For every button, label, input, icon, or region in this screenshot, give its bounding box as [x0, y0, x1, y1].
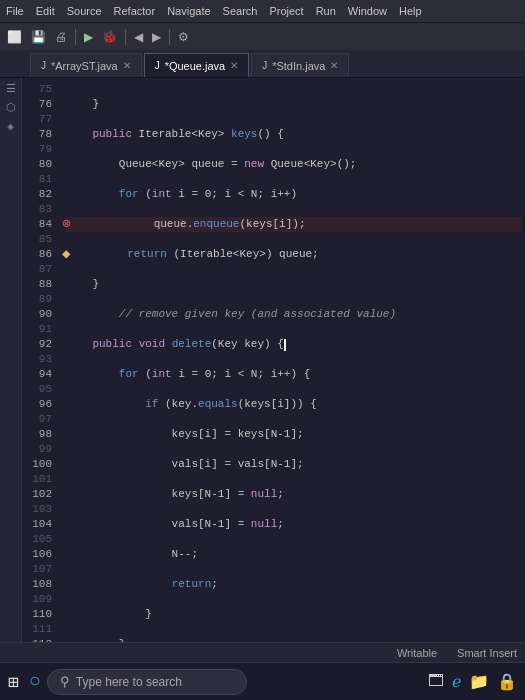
toolbar-run[interactable]: ▶ [81, 28, 96, 46]
toolbar-forward[interactable]: ▶ [149, 28, 164, 46]
code-line-83 [66, 202, 521, 217]
code-line-76: } [66, 97, 521, 112]
code-line-78: public Iterable<Key> keys() { [66, 127, 521, 142]
menu-help[interactable]: Help [399, 5, 422, 17]
tab-stdin[interactable]: J *StdIn.java ✕ [251, 53, 349, 77]
toolbar-debug[interactable]: 🐞 [99, 28, 120, 46]
ln-111: 111 [22, 622, 52, 637]
toolbar-sep-3 [169, 29, 170, 45]
toolbar-sep-2 [125, 29, 126, 45]
menu-window[interactable]: Window [348, 5, 387, 17]
taskbar-files-icon[interactable]: 📁 [469, 672, 489, 692]
toolbar: ⬜ 💾 🖨 ▶ 🐞 ◀ ▶ ⚙ [0, 22, 525, 50]
taskbar-windows-icon[interactable]: 🗔 [428, 672, 444, 691]
code-line-93 [66, 352, 521, 367]
gutter-icon-1[interactable]: ☰ [6, 82, 16, 95]
toolbar-back[interactable]: ◀ [131, 28, 146, 46]
menu-refactor[interactable]: Refactor [114, 5, 156, 17]
code-line-80: Queue<Key> queue = new Queue<Key>(); [66, 157, 521, 172]
code-line-81 [66, 172, 521, 187]
ln-97: 97 [22, 412, 52, 427]
code-line-79 [66, 142, 521, 157]
code-line-95 [66, 382, 521, 397]
ln-82: 82 [22, 187, 52, 202]
tab-queue-label: *Queue.java [165, 60, 226, 72]
ln-80: 80 [22, 157, 52, 172]
taskbar: ⊞ ○ ⚲ Type here to search 🗔 ℯ 📁 🔒 [0, 662, 525, 700]
editor-area: ☰ ⬡ ◈ 75 76 77 78 79 80 81 82 83 84 85 8… [0, 78, 525, 642]
code-line-104: vals[N-1] = null; [66, 517, 521, 532]
code-line-88: } [66, 277, 521, 292]
code-line-86: ◆ return (Iterable<Key>) queue; [66, 247, 521, 262]
tab-bar: J *ArrayST.java ✕ J *Queue.java ✕ J *Std… [0, 50, 525, 78]
code-line-103 [66, 502, 521, 517]
code-line-94: for (int i = 0; i < N; i++) { [66, 367, 521, 382]
tab-arrayst-label: *ArrayST.java [51, 60, 118, 72]
code-line-98: keys[i] = keys[N-1]; [66, 427, 521, 442]
code-content[interactable]: } public Iterable<Key> keys() { Queue<Ke… [60, 78, 525, 642]
code-line-108: return; [66, 577, 521, 592]
ln-105: 105 [22, 532, 52, 547]
windows-start-button[interactable]: ⊞ [8, 671, 19, 693]
cortana-icon[interactable]: ○ [29, 670, 41, 693]
ln-109: 109 [22, 592, 52, 607]
toolbar-print[interactable]: 🖨 [52, 28, 70, 46]
code-editor[interactable]: 75 76 77 78 79 80 81 82 83 84 85 86 87 8… [22, 78, 525, 642]
tab-arrayst-close[interactable]: ✕ [123, 60, 131, 71]
code-line-75 [66, 82, 521, 97]
ln-106: 106 [22, 547, 52, 562]
code-line-96: if (key.equals(keys[i])) { [66, 397, 521, 412]
menu-edit[interactable]: Edit [36, 5, 55, 17]
tab-queue[interactable]: J *Queue.java ✕ [144, 53, 250, 77]
code-line-100: vals[i] = vals[N-1]; [66, 457, 521, 472]
toolbar-settings[interactable]: ⚙ [175, 28, 192, 46]
gutter-icon-2[interactable]: ⬡ [6, 101, 16, 114]
code-line-84: ⊗ queue.enqueue(keys[i]); [66, 217, 521, 232]
ln-103: 103 [22, 502, 52, 517]
ln-100: 100 [22, 457, 52, 472]
gutter-icon-3[interactable]: ◈ [7, 120, 14, 133]
code-line-112: } [66, 637, 521, 642]
menu-navigate[interactable]: Navigate [167, 5, 210, 17]
tab-arrayst[interactable]: J *ArrayST.java ✕ [30, 53, 142, 77]
ln-101: 101 [22, 472, 52, 487]
menu-file[interactable]: File [6, 5, 24, 17]
ln-102: 102 [22, 487, 52, 502]
menu-project[interactable]: Project [269, 5, 303, 17]
menu-search[interactable]: Search [223, 5, 258, 17]
ln-110: 110 [22, 607, 52, 622]
ln-90: 90 [22, 307, 52, 322]
ln-75: 75 [22, 82, 52, 97]
taskbar-search-bar[interactable]: ⚲ Type here to search [47, 669, 247, 695]
left-gutter: ☰ ⬡ ◈ [0, 78, 22, 642]
tab-stdin-close[interactable]: ✕ [330, 60, 338, 71]
code-line-91 [66, 322, 521, 337]
ln-88: 88 [22, 277, 52, 292]
menu-run[interactable]: Run [316, 5, 336, 17]
ln-92: 92 [22, 337, 52, 352]
code-line-110: } [66, 607, 521, 622]
ln-93: 93 [22, 352, 52, 367]
ln-104: 104 [22, 517, 52, 532]
code-line-107 [66, 562, 521, 577]
tab-queue-close[interactable]: ✕ [230, 60, 238, 71]
toolbar-save[interactable]: 💾 [28, 28, 49, 46]
ln-107: 107 [22, 562, 52, 577]
ln-108: 108 [22, 577, 52, 592]
tab-stdin-label: *StdIn.java [272, 60, 325, 72]
toolbar-new[interactable]: ⬜ [4, 28, 25, 46]
ln-89: 89 [22, 292, 52, 307]
code-line-101 [66, 472, 521, 487]
ln-78: 78 [22, 127, 52, 142]
code-line-102: keys[N-1] = null; [66, 487, 521, 502]
status-writable: Writable [397, 647, 437, 659]
ln-81: 81 [22, 172, 52, 187]
ln-98: 98 [22, 427, 52, 442]
taskbar-lock-icon[interactable]: 🔒 [497, 672, 517, 692]
menu-source[interactable]: Source [67, 5, 102, 17]
ln-79: 79 [22, 142, 52, 157]
code-line-105 [66, 532, 521, 547]
taskbar-edge-icon[interactable]: ℯ [452, 672, 461, 692]
code-line-87 [66, 262, 521, 277]
toolbar-sep-1 [75, 29, 76, 45]
